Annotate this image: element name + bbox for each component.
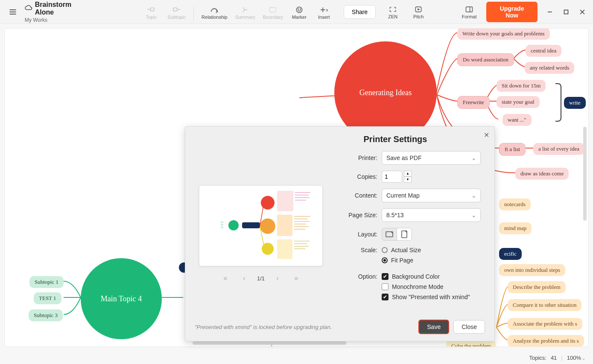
- node-draw-ideas[interactable]: draw as ideas come: [515, 168, 569, 180]
- pitch-icon: [414, 5, 423, 14]
- page-next-button[interactable]: ›: [272, 272, 283, 284]
- scale-fit-option[interactable]: Fit Page: [382, 257, 421, 264]
- window-minimize[interactable]: [547, 9, 553, 15]
- node-word-assoc[interactable]: Do word association: [457, 53, 514, 66]
- copies-decrease[interactable]: ▼: [404, 177, 412, 183]
- svg-rect-30: [277, 215, 292, 236]
- vertical-scrollbar[interactable]: [583, 127, 587, 221]
- node-compare[interactable]: Compare it to other situation: [508, 299, 581, 311]
- relationship-tool[interactable]: Relationship: [202, 5, 228, 20]
- layout-landscape-button[interactable]: [382, 228, 397, 241]
- page-last-button[interactable]: »: [290, 272, 302, 284]
- insert-tool[interactable]: Insert: [315, 5, 333, 20]
- node-list-every[interactable]: a list of every idea: [533, 143, 584, 155]
- dialog-title: Printer Settings: [195, 134, 485, 144]
- marker-icon: [295, 5, 304, 15]
- format-tool[interactable]: Format: [461, 5, 478, 19]
- node-describe[interactable]: Describe the problem: [508, 281, 566, 293]
- marker-tool[interactable]: Marker: [291, 5, 308, 20]
- pagesize-select[interactable]: 8.5*13 ⌄: [382, 208, 481, 222]
- layout-portrait-button[interactable]: [397, 228, 412, 241]
- option-label: Option:: [339, 273, 377, 280]
- node-write-down[interactable]: Write down your goals and problems: [457, 28, 550, 40]
- option-presented-check[interactable]: ✔ Show "Presented with xmind": [382, 294, 470, 300]
- main-topic-4-node[interactable]: Main Topic 4: [81, 258, 162, 339]
- copies-label: Copies:: [339, 173, 377, 180]
- upgrade-button[interactable]: Upgrade Now: [486, 2, 537, 22]
- svg-rect-46: [221, 221, 223, 223]
- lock-note: "Presented with xmind" is locked before …: [195, 324, 332, 330]
- node-ft-list[interactable]: ft a list: [499, 143, 526, 156]
- summary-icon: [240, 5, 250, 15]
- node-subtopic-3[interactable]: Subtopic 3: [29, 309, 63, 321]
- svg-rect-3: [150, 8, 154, 11]
- share-button[interactable]: Share: [344, 5, 376, 19]
- copies-increase[interactable]: ▲: [404, 171, 412, 177]
- radio-icon: [382, 247, 388, 253]
- page-prev-button[interactable]: ‹: [238, 272, 250, 284]
- horizontal-scrollbar[interactable]: [193, 341, 346, 345]
- window-close[interactable]: [579, 9, 585, 15]
- format-icon: [465, 5, 473, 14]
- node-individual[interactable]: own into individual steps: [499, 264, 565, 276]
- zen-icon: [389, 5, 397, 14]
- option-bg-check[interactable]: ✔ Background Color: [382, 273, 470, 280]
- scale-actual-option[interactable]: Actual Size: [382, 247, 421, 253]
- boundary-tool: Boundary: [263, 5, 283, 20]
- node-associate[interactable]: Associate the problem with s: [508, 318, 582, 330]
- topics-count: 41: [551, 355, 557, 361]
- node-central-idea[interactable]: central idea: [526, 45, 561, 57]
- top-bar: Brainstorm Alone My Works Topic Subtopic…: [0, 0, 593, 24]
- cloud-icon: [25, 4, 32, 13]
- canvas-area: Generating Ideas Write down your goals a…: [0, 24, 593, 351]
- node-mind-map[interactable]: mind map: [499, 222, 532, 234]
- node-state-goal[interactable]: state your goal: [497, 96, 540, 108]
- preview-pager: « ‹ 1/1 › »: [219, 272, 302, 284]
- option-mono-check[interactable]: Monochrome Mode: [382, 283, 470, 290]
- copies-input[interactable]: [382, 171, 402, 183]
- node-subtopic-1[interactable]: Subtopic 1: [29, 276, 64, 288]
- node-related-words[interactable]: any related words: [525, 62, 574, 74]
- node-want[interactable]: want ...": [502, 114, 532, 126]
- window-maximize[interactable]: [563, 9, 569, 15]
- status-bar: Topics: 41 | 100%⌄: [0, 351, 593, 364]
- dialog-close-icon[interactable]: ✕: [484, 131, 489, 139]
- relationship-icon: [210, 5, 219, 15]
- printer-label: Printer:: [339, 154, 377, 161]
- layout-label: Layout:: [339, 231, 377, 238]
- node-notecards[interactable]: notecards: [499, 198, 531, 210]
- zoom-level[interactable]: 100%⌄: [567, 355, 585, 361]
- node-analyze[interactable]: Analyze the problem and its s: [508, 335, 584, 347]
- summary-tool: Summary: [235, 5, 255, 20]
- subtopic-tool: Subtopic: [167, 5, 186, 20]
- checkbox-icon: ✔: [382, 294, 389, 300]
- pitch-tool[interactable]: Pitch: [410, 5, 427, 19]
- document-title: Brainstorm Alone: [35, 1, 91, 16]
- svg-rect-5: [173, 8, 177, 11]
- node-sit-down[interactable]: Sit down for 15m: [497, 80, 546, 92]
- svg-marker-15: [418, 8, 420, 10]
- printer-settings-dialog: ✕ Printer Settings: [185, 126, 495, 341]
- node-specific[interactable]: ecific: [499, 248, 522, 260]
- svg-point-11: [300, 9, 301, 9]
- scale-label: Scale:: [339, 247, 377, 253]
- zen-tool[interactable]: ZEN: [384, 5, 401, 19]
- close-button[interactable]: Close: [453, 320, 485, 334]
- menu-button[interactable]: [7, 6, 19, 18]
- subtopic-icon: [172, 5, 181, 15]
- svg-rect-47: [221, 224, 223, 226]
- content-select[interactable]: Current Map ⌄: [382, 189, 481, 202]
- save-button[interactable]: Save: [418, 320, 449, 334]
- title-block: Brainstorm Alone My Works: [25, 1, 91, 23]
- breadcrumb[interactable]: My Works: [25, 17, 91, 23]
- node-freewrite[interactable]: Freewrite: [457, 96, 490, 109]
- svg-rect-48: [221, 227, 223, 228]
- printer-select[interactable]: Save as PDF ⌄: [382, 151, 481, 165]
- content-label: Content:: [339, 192, 377, 199]
- checkbox-icon: ✔: [382, 273, 389, 280]
- topic-tool: Topic: [143, 5, 160, 20]
- page-first-button[interactable]: «: [219, 272, 231, 284]
- summary-bracket: [555, 83, 561, 122]
- node-write[interactable]: write: [564, 97, 586, 109]
- node-test-1[interactable]: TEST 1: [34, 292, 61, 304]
